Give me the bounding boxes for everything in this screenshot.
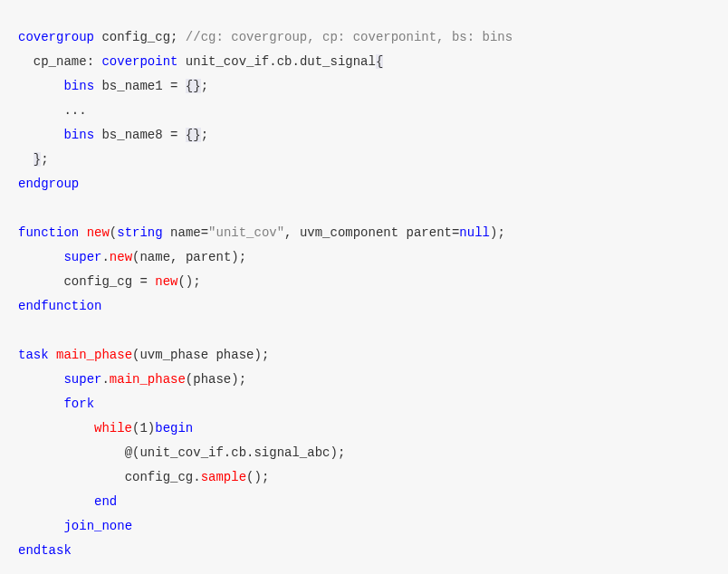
code-token: [177, 30, 185, 44]
code-token: name: [163, 225, 201, 240]
code-token: //cg: covergroup, cp: coverponint, bs: b…: [186, 30, 512, 44]
code-token: ): [231, 372, 238, 387]
code-token: ;: [497, 225, 504, 240]
code-line: function new(string name="unit_cov", uvm…: [18, 221, 710, 245]
code-token: .: [101, 372, 109, 387]
code-token: main_phase: [56, 348, 132, 362]
code-token: ): [231, 250, 238, 264]
code-token: bins: [63, 128, 94, 142]
code-token: ;: [193, 274, 200, 289]
code-token: ;: [239, 372, 246, 387]
code-line: ...: [18, 99, 710, 123]
code-token: ;: [201, 128, 208, 142]
code-token: null: [459, 225, 490, 240]
code-token: ;: [338, 445, 345, 460]
code-line: bins bs_name1 = {};: [18, 74, 710, 99]
code-token: }: [34, 152, 41, 167]
code-token: config_cg: [94, 30, 170, 44]
code-line: endfunction: [18, 294, 710, 319]
code-line: cp_name: coverpoint unit_cov_if.cb.dut_s…: [18, 50, 710, 74]
code-token: fork: [63, 397, 94, 411]
code-token: [177, 79, 185, 93]
code-line: bins bs_name8 = {};: [18, 123, 710, 148]
code-token: super: [63, 250, 101, 264]
code-token: cp_name: [34, 54, 87, 69]
code-token: ;: [201, 79, 208, 93]
code-token: sample: [201, 470, 246, 484]
code-token: (: [110, 225, 117, 240]
code-token: .: [101, 250, 109, 264]
code-token: ): [330, 445, 337, 460]
code-line: endgroup: [18, 172, 710, 196]
code-token: {: [376, 54, 383, 69]
code-token: :: [87, 54, 102, 69]
code-token: new: [110, 250, 132, 264]
code-token: function: [18, 225, 79, 240]
code-token: bs_name8: [94, 128, 170, 142]
code-token: string: [117, 225, 162, 240]
code-token: new: [87, 225, 110, 240]
code-line: config_cg.sample();: [18, 465, 710, 490]
code-line: covergroup config_cg; //cg: covergroup, …: [18, 25, 710, 50]
code-token: super: [63, 372, 101, 387]
code-token: endgroup: [18, 177, 79, 191]
code-token: name, parent: [139, 250, 231, 264]
code-token: ;: [262, 470, 269, 484]
code-line: while(1)begin: [18, 416, 710, 441]
code-token: ;: [239, 250, 246, 264]
code-token: config_cg: [63, 274, 139, 289]
code-line: @(unit_cov_if.cb.signal_abc);: [18, 441, 710, 465]
code-token: =: [201, 225, 208, 240]
code-token: =: [139, 274, 147, 289]
code-token: 1: [139, 421, 147, 435]
code-token: config_cg.: [125, 470, 201, 484]
code-token: coverpoint: [101, 54, 177, 69]
code-line: [18, 319, 710, 343]
code-line: super.main_phase(phase);: [18, 368, 710, 392]
code-line: super.new(name, parent);: [18, 245, 710, 270]
code-line: join_none: [18, 514, 710, 539]
code-token: [79, 225, 86, 240]
code-line: [18, 196, 710, 221]
code-token: ;: [262, 348, 269, 362]
code-token: bs_name1: [94, 79, 170, 93]
code-block: covergroup config_cg; //cg: covergroup, …: [18, 25, 710, 563]
code-token: end: [94, 494, 117, 509]
code-token: "unit_cov": [208, 225, 284, 240]
code-token: [148, 274, 155, 289]
code-token: join_none: [63, 519, 132, 533]
code-token: uvm_phase phase: [139, 348, 254, 362]
code-line: };: [18, 148, 710, 172]
code-token: begin: [155, 421, 193, 435]
code-token: {}: [186, 79, 201, 93]
code-token: (: [186, 372, 193, 387]
code-token: bins: [63, 79, 94, 93]
code-token: endtask: [18, 543, 72, 558]
code-token: covergroup: [18, 30, 94, 44]
code-token: {}: [186, 128, 201, 142]
code-line: fork: [18, 392, 710, 416]
code-token: (): [246, 470, 262, 484]
code-line: end: [18, 490, 710, 514]
code-token: main_phase: [110, 372, 186, 387]
code-token: unit_cov_if.cb.dut_signal: [177, 54, 375, 69]
code-token: [49, 348, 56, 362]
code-token: new: [155, 274, 177, 289]
code-line: config_cg = new();: [18, 270, 710, 294]
code-token: ): [254, 348, 261, 362]
code-token: @: [125, 445, 132, 460]
code-token: , uvm_component parent: [284, 225, 452, 240]
code-token: task: [18, 348, 49, 362]
code-token: while: [94, 421, 132, 435]
code-line: endtask: [18, 539, 710, 563]
code-token: [177, 128, 185, 142]
code-token: phase: [193, 372, 231, 387]
code-token: unit_cov_if.cb.signal_abc: [139, 445, 330, 460]
code-token: ...: [63, 103, 86, 118]
code-token: (): [177, 274, 193, 289]
code-token: ;: [41, 152, 48, 167]
code-line: task main_phase(uvm_phase phase);: [18, 343, 710, 368]
code-token: endfunction: [18, 299, 101, 313]
code-token: ): [148, 421, 155, 435]
